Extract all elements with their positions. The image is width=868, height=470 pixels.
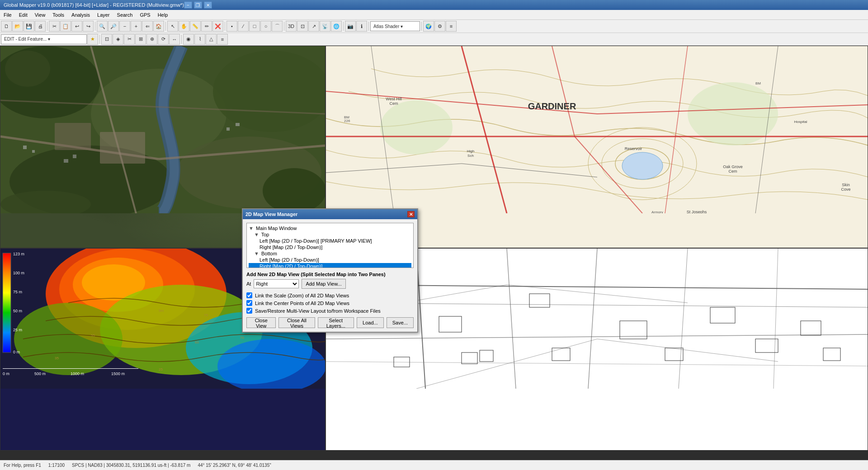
tb-layers[interactable]: ≡ — [446, 21, 457, 32]
tb-vertex[interactable]: ◈ — [113, 34, 123, 45]
menu-analysis[interactable]: Analysis — [68, 11, 94, 19]
tb-zoom-out[interactable]: 🔎 — [108, 21, 119, 32]
tb-rotate[interactable]: ⟳ — [158, 34, 169, 45]
minimize-button[interactable]: − — [184, 1, 192, 9]
tb-circle[interactable]: ○ — [260, 21, 271, 32]
svg-rect-11 — [100, 132, 145, 164]
link-center-label: Link the Center Points of All 2D Map Vie… — [255, 301, 349, 306]
save-button[interactable]: Save... — [387, 317, 414, 328]
tb-prev-extent[interactable]: ⇐ — [142, 21, 153, 32]
tb-split[interactable]: ✂ — [124, 34, 135, 45]
menu-search[interactable]: Search — [113, 11, 137, 19]
tb-select[interactable]: ↖ — [167, 21, 178, 32]
tb-snap[interactable]: ⊕ — [146, 34, 157, 45]
tb-merge[interactable]: ⊞ — [135, 34, 146, 45]
save-restore-checkbox[interactable] — [246, 308, 252, 314]
tree-bottom-right[interactable]: Right [Map (2D / Top-Down)] — [249, 263, 411, 268]
edit-feature-dropdown[interactable]: EDIT - Edit Feature... ▾ — [1, 34, 87, 44]
tree-bottom-right-label: Right [Map (2D / Top-Down)] — [259, 263, 322, 268]
select-layers-button[interactable]: Select Layers... — [318, 317, 354, 328]
tb-settings[interactable]: ⚙ — [434, 21, 445, 32]
dialog-title: 2D Map View Manager — [245, 212, 297, 217]
sep7 — [368, 22, 369, 31]
map-view-manager-dialog: 2D Map View Manager ✕ ▼ Main Map Window … — [242, 208, 418, 333]
tree-bottom[interactable]: ▼ Bottom — [249, 250, 411, 257]
tb-arc[interactable]: ⌒ — [272, 21, 283, 32]
tb-save[interactable]: 💾 — [24, 21, 34, 32]
menu-gps[interactable]: GPS — [136, 11, 154, 19]
dialog-close-button[interactable]: ✕ — [407, 211, 415, 217]
tb-gps[interactable]: 📡 — [320, 21, 330, 32]
tb-digitize[interactable]: ✏ — [201, 21, 212, 32]
svg-text:1500 m: 1500 m — [111, 371, 125, 376]
tb-measure[interactable]: 📏 — [190, 21, 201, 32]
link-center-checkbox[interactable] — [246, 300, 252, 306]
tb-lidar[interactable]: ⊡ — [297, 21, 308, 32]
tb-3d[interactable]: 3D — [286, 21, 297, 32]
menu-help[interactable]: Help — [154, 11, 172, 19]
tb-web[interactable]: 🌐 — [331, 21, 342, 32]
close-button[interactable]: ✕ — [204, 1, 212, 9]
checkbox-link-center: Link the Center Points of All 2D Map Vie… — [246, 300, 414, 306]
tb-simplify[interactable]: △ — [206, 34, 217, 45]
tb-delete[interactable]: ❌ — [212, 21, 223, 32]
tb-path[interactable]: ↗ — [308, 21, 319, 32]
sep3 — [165, 22, 166, 31]
load-button[interactable]: Load... — [357, 317, 384, 328]
tb-flip[interactable]: ↔ — [169, 34, 180, 45]
tree-top-left[interactable]: Left [Map (2D / Top-Down)] [PRIMARY MAP … — [249, 238, 411, 244]
tb-open[interactable]: 📂 — [12, 21, 23, 32]
svg-text:Cove: Cove — [841, 187, 850, 192]
tb-buffer[interactable]: ◉ — [183, 34, 194, 45]
svg-text:100 m: 100 m — [13, 271, 24, 275]
tb-pan[interactable]: ✋ — [179, 21, 189, 32]
tb-new[interactable]: 🗋 — [1, 21, 12, 32]
tb-attr[interactable]: ≡ — [217, 34, 228, 45]
dialog-buttons: Close View Close All Views Select Layers… — [246, 317, 414, 328]
menu-layer[interactable]: Layer — [94, 11, 113, 19]
tb-point[interactable]: • — [226, 21, 237, 32]
tb-zoom-plus[interactable]: + — [131, 21, 142, 32]
tb-print[interactable]: 🖨 — [35, 21, 46, 32]
tb-line[interactable]: ∕ — [238, 21, 249, 32]
tree-bottom-left[interactable]: Left [Map (2D / Top-Down)] — [249, 257, 411, 263]
restore-button[interactable]: ❐ — [194, 1, 202, 9]
tb-shader-dropdown[interactable]: Atlas Shader ▾ — [370, 21, 420, 31]
tree-top-left-label: Left [Map (2D / Top-Down)] [PRIMARY MAP … — [259, 238, 372, 244]
svg-text:50 m: 50 m — [13, 309, 22, 313]
menu-file[interactable]: File — [0, 11, 15, 19]
close-view-button[interactable]: Close View — [246, 317, 276, 328]
svg-text:Reservoir: Reservoir — [625, 146, 642, 151]
tb-smooth[interactable]: ⌇ — [194, 34, 205, 45]
tb-capture[interactable]: 📷 — [345, 21, 356, 32]
menu-tools[interactable]: Tools — [49, 11, 68, 19]
tb-undo[interactable]: ↩ — [71, 21, 82, 32]
close-all-views-button[interactable]: Close All Views — [278, 317, 315, 328]
sep9 — [99, 35, 100, 44]
tb-globe[interactable]: 🌍 — [423, 21, 434, 32]
map-tree-view[interactable]: ▼ Main Map Window ▼ Top Left [Map (2D / … — [246, 223, 414, 268]
tree-top[interactable]: ▼ Top — [249, 231, 411, 238]
tb-zoom-in[interactable]: 🔍 — [97, 21, 108, 32]
tb-polygon[interactable]: □ — [249, 21, 260, 32]
svg-text:St Josephs: St Josephs — [687, 210, 707, 213]
tree-top-right[interactable]: Right [Map (2D / Top-Down)] — [249, 244, 411, 250]
coords-display: 44° 15' 25.2963" N, 69° 48' 41.0135" — [198, 463, 271, 468]
menu-edit[interactable]: Edit — [15, 11, 31, 19]
tb-cut[interactable]: ✂ — [49, 21, 60, 32]
tb-redo[interactable]: ↪ — [83, 21, 94, 32]
position-select[interactable]: Right Left Top Bottom — [254, 279, 299, 288]
tree-root[interactable]: ▼ Main Map Window — [249, 225, 411, 231]
tb-home[interactable]: 🏠 — [153, 21, 164, 32]
add-map-view-button[interactable]: Add Map View... — [302, 279, 345, 289]
svg-text:70: 70 — [240, 336, 244, 340]
tb-zoom-minus[interactable]: − — [119, 21, 130, 32]
tb-copy[interactable]: 📋 — [60, 21, 71, 32]
tb-star[interactable]: ★ — [87, 34, 98, 45]
sep2 — [95, 22, 95, 31]
tb-node[interactable]: ⊡ — [101, 34, 112, 45]
svg-rect-15 — [73, 155, 76, 158]
menu-view[interactable]: View — [31, 11, 49, 19]
link-scale-checkbox[interactable] — [246, 292, 252, 298]
tb-info[interactable]: ℹ — [356, 21, 367, 32]
